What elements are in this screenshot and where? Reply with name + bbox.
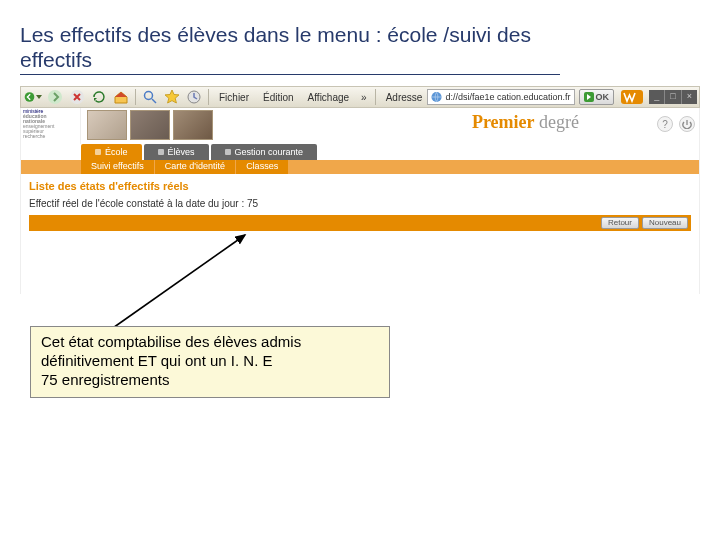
tab-ecole[interactable]: École (81, 144, 142, 160)
effectif-line: Effectif réel de l'école constaté à la d… (29, 198, 691, 209)
go-button[interactable]: OK (579, 89, 615, 105)
maximize-button[interactable]: □ (664, 90, 680, 104)
go-label: OK (596, 92, 610, 102)
callout-line: Cet état comptabilise des élèves admis (41, 333, 379, 352)
ie-window: Fichier Édition Affichage » Adresse d://… (20, 86, 700, 294)
svg-point-1 (48, 90, 62, 104)
history-button[interactable] (184, 88, 204, 106)
header-band: ministère éducation nationale enseigneme… (20, 108, 700, 144)
search-button[interactable] (140, 88, 160, 106)
subtab-carte[interactable]: Carte d'identité (155, 160, 235, 174)
ministry-logo: ministère éducation nationale enseigneme… (21, 108, 81, 144)
tab-icon (225, 149, 231, 155)
retour-button[interactable]: Retour (601, 217, 639, 229)
tab-icon (95, 149, 101, 155)
page-content: Liste des états d'effectifs réels Effect… (20, 174, 700, 294)
main-tabs: École Élèves Gestion courante (20, 144, 700, 160)
menu-more[interactable]: » (357, 92, 371, 103)
refresh-button[interactable] (89, 88, 109, 106)
earth-icon (431, 91, 442, 103)
wanadoo-logo-icon (620, 88, 644, 106)
quit-icon[interactable] (679, 116, 695, 132)
menu-file[interactable]: Fichier (213, 92, 255, 103)
svg-point-3 (145, 92, 153, 100)
annotation-callout: Cet état comptabilise des élèves admis d… (30, 326, 390, 398)
home-button[interactable] (111, 88, 131, 106)
callout-line: définitivement ET qui ont un I. N. E (41, 352, 379, 371)
page-title: Liste des états d'effectifs réels (29, 180, 691, 192)
tab-icon (158, 149, 164, 155)
back-button[interactable] (23, 88, 43, 106)
tab-eleves[interactable]: Élèves (144, 144, 209, 160)
forward-button[interactable] (45, 88, 65, 106)
close-button[interactable]: × (681, 90, 697, 104)
address-label: Adresse (386, 92, 423, 103)
subtab-suivi[interactable]: Suivi effectifs (81, 160, 154, 174)
header-thumbnails (87, 110, 213, 140)
go-icon (584, 92, 594, 102)
help-icon[interactable]: ? (657, 116, 673, 132)
app-brand: Premier degré (472, 112, 579, 133)
subtab-classes[interactable]: Classes (236, 160, 288, 174)
favorites-button[interactable] (162, 88, 182, 106)
window-controls: _ □ × (649, 90, 697, 104)
tab-gestion[interactable]: Gestion courante (211, 144, 318, 160)
slide-title: Les effectifs des élèves dans le menu : … (20, 22, 560, 75)
browser-toolbar: Fichier Édition Affichage » Adresse d://… (20, 86, 700, 108)
sub-tabs: Suivi effectifs Carte d'identité Classes (20, 160, 700, 174)
minimize-button[interactable]: _ (649, 90, 664, 104)
address-text: d://dsi/fae1e cation.education.fr (445, 92, 570, 102)
stop-button[interactable] (67, 88, 87, 106)
nouveau-button[interactable]: Nouveau (642, 217, 688, 229)
action-bar: Retour Nouveau (29, 215, 691, 231)
address-bar[interactable]: d://dsi/fae1e cation.education.fr (427, 89, 574, 105)
svg-point-0 (25, 92, 35, 102)
menu-edit[interactable]: Édition (257, 92, 300, 103)
menu-view[interactable]: Affichage (302, 92, 356, 103)
callout-line: 75 enregistrements (41, 371, 379, 390)
